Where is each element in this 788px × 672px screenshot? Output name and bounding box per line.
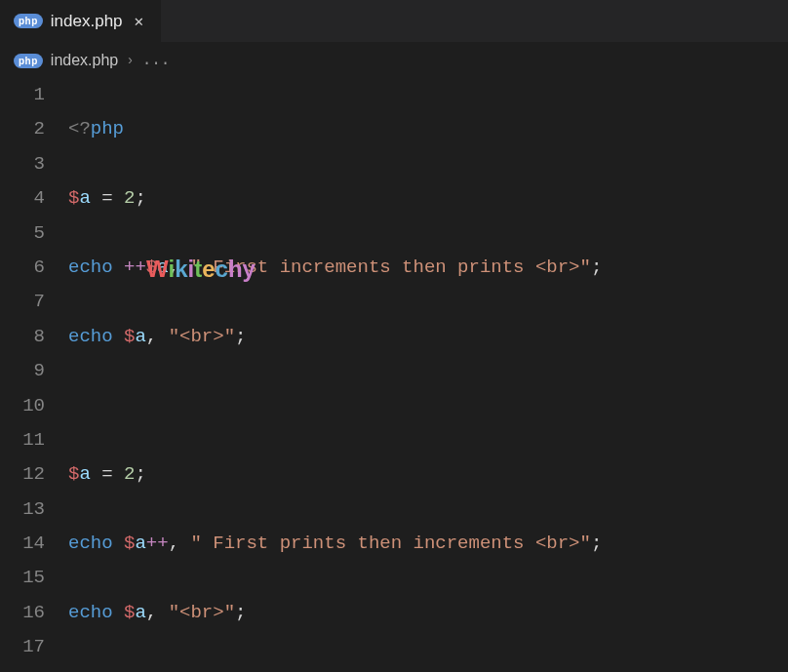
code-line: echo $a++, " First prints then increment…: [68, 527, 788, 561]
line-number: 16: [0, 596, 45, 630]
breadcrumb[interactable]: php index.php › ...: [0, 43, 788, 78]
line-number: 4: [0, 181, 45, 216]
breadcrumb-filename: index.php: [51, 52, 118, 69]
code-line: echo $a, "<br>";: [68, 596, 788, 630]
line-number: 11: [0, 423, 45, 457]
line-number: 7: [0, 285, 45, 319]
line-number: 14: [0, 527, 45, 561]
code-line: echo $a, "<br>";: [68, 320, 788, 354]
code-line: <?php: [68, 112, 788, 146]
code-line: [68, 665, 788, 672]
code-content[interactable]: <?php $a = 2; echo ++$a, " First increme…: [68, 78, 788, 672]
tab-index-php[interactable]: php index.php ✕: [0, 0, 162, 42]
php-file-icon: php: [14, 54, 43, 68]
tab-bar: php index.php ✕: [0, 0, 788, 43]
line-number: 6: [0, 251, 45, 285]
line-number: 2: [0, 112, 45, 146]
line-number: 15: [0, 561, 45, 595]
line-number: 1: [0, 78, 45, 112]
code-line: [68, 389, 788, 423]
close-icon[interactable]: ✕: [131, 10, 148, 33]
php-file-icon: php: [14, 14, 43, 28]
code-line: $a = 2;: [68, 181, 788, 216]
line-number: 10: [0, 389, 45, 423]
line-number: 8: [0, 320, 45, 354]
code-editor[interactable]: 1 2 3 4 5 6 7 8 9 10 11 12 13 14 15 16 1…: [0, 78, 788, 672]
chevron-right-icon: ›: [126, 53, 134, 68]
line-number: 17: [0, 630, 45, 664]
line-number: 12: [0, 457, 45, 492]
tab-label: index.php: [51, 12, 123, 31]
line-gutter: 1 2 3 4 5 6 7 8 9 10 11 12 13 14 15 16 1…: [0, 78, 68, 672]
breadcrumb-more: ...: [142, 52, 171, 69]
line-number: 9: [0, 354, 45, 388]
line-number: 5: [0, 217, 45, 251]
line-number: 3: [0, 147, 45, 181]
code-line: $a = 2;: [68, 457, 788, 492]
code-line: echo ++$a, " First increments then print…: [68, 251, 788, 285]
line-number: 13: [0, 493, 45, 527]
